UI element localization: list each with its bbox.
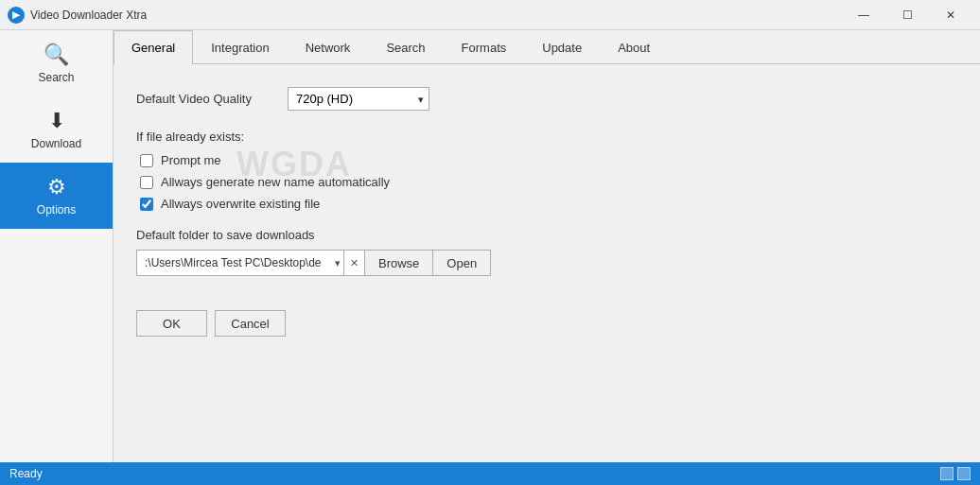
folder-dropdown-arrow[interactable]: ▾ (335, 257, 341, 269)
sidebar-options-label: Options (37, 203, 76, 217)
video-quality-dropdown-wrapper: 720p (HD) 1080p (Full HD) 480p 360p 240p (288, 87, 429, 111)
search-icon: 🔍 (44, 43, 69, 67)
sidebar-search-label: Search (38, 71, 74, 84)
tab-network[interactable]: Network (288, 30, 369, 64)
tab-about[interactable]: About (600, 30, 668, 64)
open-button[interactable]: Open (433, 250, 491, 276)
sidebar-item-search[interactable]: 🔍 Search (0, 30, 113, 96)
ok-button[interactable]: OK (136, 310, 207, 337)
default-folder-section: Default folder to save downloads ▾ ✕ Bro… (136, 228, 957, 276)
close-button[interactable]: ✕ (929, 0, 972, 30)
video-quality-label: Default Video Quality (136, 92, 278, 106)
tab-integration[interactable]: Integration (193, 30, 287, 64)
auto-rename-label: Allways generate new name automatically (161, 175, 390, 189)
window-controls: — ☐ ✕ (842, 0, 972, 30)
right-panel: General Integration Network Search Forma… (114, 30, 980, 462)
download-icon: ⬇ (48, 109, 65, 133)
status-indicators (940, 467, 971, 480)
content-area: WGDA Default Video Quality 720p (HD) 108… (114, 64, 980, 462)
status-indicator-1 (940, 467, 954, 480)
tab-general[interactable]: General (114, 30, 193, 64)
file-exists-section: If file already exists: Prompt me Allway… (136, 130, 957, 211)
file-exists-label: If file already exists: (136, 130, 957, 144)
cancel-button[interactable]: Cancel (215, 310, 286, 337)
overwrite-row: Allways overwrite existing file (136, 197, 957, 211)
tabs: General Integration Network Search Forma… (114, 30, 980, 64)
folder-path-wrapper: ▾ (136, 250, 344, 276)
status-bar: Ready (0, 462, 980, 485)
app-title: Video Downloader Xtra (30, 9, 842, 22)
sidebar-download-label: Download (31, 137, 81, 150)
prompt-me-checkbox[interactable] (140, 154, 153, 167)
auto-rename-row: Allways generate new name automatically (136, 175, 957, 189)
sidebar-item-options[interactable]: ⚙ Options (0, 163, 113, 229)
main-content: 🔍 Search ⬇ Download ⚙ Options General In… (0, 30, 980, 462)
app-icon: ▶ (8, 7, 25, 24)
options-icon: ⚙ (47, 175, 66, 199)
tab-update[interactable]: Update (524, 30, 600, 64)
overwrite-checkbox[interactable] (140, 198, 153, 211)
status-indicator-2 (957, 467, 971, 480)
status-text: Ready (9, 467, 43, 480)
sidebar: 🔍 Search ⬇ Download ⚙ Options (0, 30, 114, 462)
video-quality-select[interactable]: 720p (HD) 1080p (Full HD) 480p 360p 240p (288, 87, 429, 111)
maximize-button[interactable]: ☐ (885, 0, 929, 30)
sidebar-item-download[interactable]: ⬇ Download (0, 96, 113, 163)
tab-formats[interactable]: Formats (444, 30, 525, 64)
auto-rename-checkbox[interactable] (140, 176, 153, 189)
folder-label: Default folder to save downloads (136, 228, 957, 242)
clear-path-button[interactable]: ✕ (344, 250, 365, 276)
video-quality-row: Default Video Quality 720p (HD) 1080p (F… (136, 87, 957, 111)
title-bar: ▶ Video Downloader Xtra — ☐ ✕ (0, 0, 980, 30)
minimize-button[interactable]: — (842, 0, 885, 30)
prompt-me-label: Prompt me (161, 153, 221, 167)
overwrite-label: Allways overwrite existing file (161, 197, 320, 211)
dialog-buttons: OK Cancel (136, 310, 957, 337)
folder-row: ▾ ✕ Browse Open (136, 250, 957, 276)
prompt-me-row: Prompt me (136, 153, 957, 167)
tab-search[interactable]: Search (368, 30, 443, 64)
folder-path-input[interactable] (136, 250, 344, 276)
browse-button[interactable]: Browse (365, 250, 433, 276)
